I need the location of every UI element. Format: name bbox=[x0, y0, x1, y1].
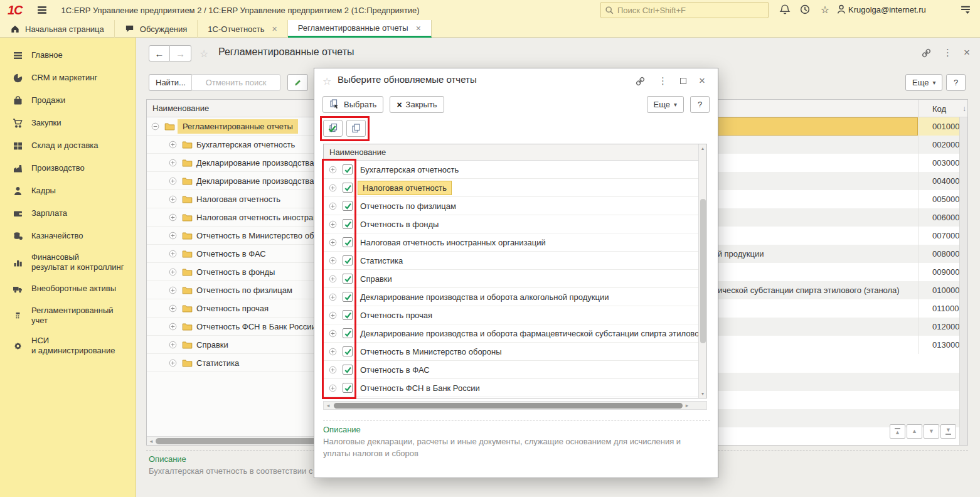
checkbox-checked[interactable] bbox=[343, 292, 353, 302]
go-first-button[interactable]: ▲ bbox=[890, 424, 905, 439]
dialog-report-row[interactable]: Отчетность в Министерство обороны bbox=[324, 343, 706, 361]
maximize-icon[interactable] bbox=[680, 78, 686, 84]
expand-icon[interactable] bbox=[329, 184, 337, 192]
checkbox-checked[interactable] bbox=[343, 310, 353, 320]
sidebar-item-treasury[interactable]: Казначейство bbox=[0, 225, 136, 247]
expand-icon[interactable] bbox=[169, 250, 177, 258]
dialog-report-row[interactable]: Статистика bbox=[324, 252, 706, 270]
go-next-button[interactable]: ▼ bbox=[924, 424, 939, 439]
tab-regulated-reports[interactable]: Регламентированные отчеты × bbox=[288, 20, 432, 38]
expand-icon[interactable] bbox=[169, 177, 177, 185]
forward-button[interactable]: → bbox=[170, 45, 191, 61]
checkbox-checked[interactable] bbox=[343, 274, 353, 284]
sidebar-item-regulated-accounting[interactable]: Регламентированный учет bbox=[0, 301, 136, 331]
notifications-bell-icon[interactable] bbox=[778, 4, 792, 16]
dialog-list-header[interactable]: Наименование bbox=[324, 144, 706, 161]
checkbox-checked[interactable] bbox=[343, 346, 353, 356]
checkbox-checked[interactable] bbox=[343, 164, 353, 174]
cancel-search-button[interactable]: Отменить поиск bbox=[191, 74, 280, 91]
expand-icon[interactable] bbox=[329, 166, 337, 174]
sidebar-item-crm[interactable]: CRM и маркетинг bbox=[0, 67, 136, 89]
find-button[interactable]: Найти... bbox=[149, 74, 193, 91]
sidebar-item-salary[interactable]: Зарплата bbox=[0, 202, 136, 225]
dialog-report-row[interactable]: Декларирование производства и оборота фа… bbox=[324, 324, 706, 343]
go-last-button[interactable]: ▼ bbox=[940, 424, 956, 439]
user-email[interactable]: Krugolga@internet.ru bbox=[848, 5, 926, 14]
tab-home[interactable]: Начальная страница bbox=[0, 20, 115, 38]
service-menu-icon[interactable] bbox=[959, 4, 972, 16]
sidebar-item-nsi-administration[interactable]: НСИ и администрирование bbox=[0, 331, 136, 361]
check-all-button[interactable] bbox=[323, 120, 343, 137]
checkbox-checked[interactable] bbox=[343, 383, 353, 393]
dialog-report-row[interactable]: Налоговая отчетность иностранных организ… bbox=[324, 233, 706, 252]
scroll-left-icon[interactable]: ◂ bbox=[147, 438, 156, 444]
checkbox-checked[interactable] bbox=[343, 183, 353, 193]
expand-icon[interactable] bbox=[329, 257, 337, 265]
scroll-up-icon[interactable]: ▴ bbox=[701, 146, 704, 151]
dialog-report-row[interactable]: Отчетность прочая bbox=[324, 306, 706, 324]
search-input[interactable] bbox=[617, 6, 755, 15]
close-icon[interactable]: × bbox=[699, 75, 705, 87]
close-button[interactable]: ×Закрыть bbox=[390, 96, 444, 113]
sidebar-item-hr[interactable]: Кадры bbox=[0, 179, 136, 202]
edit-pencil-button[interactable] bbox=[287, 74, 308, 91]
sidebar-item-warehouse[interactable]: Склад и доставка bbox=[0, 134, 136, 157]
close-icon[interactable]: × bbox=[964, 46, 970, 59]
expand-icon[interactable] bbox=[169, 323, 177, 331]
dialog-report-row[interactable]: Отчетность в ФАС bbox=[324, 361, 706, 379]
scroll-down-icon[interactable]: ▾ bbox=[701, 391, 704, 397]
checkbox-checked[interactable] bbox=[343, 219, 353, 229]
user-icon[interactable] bbox=[834, 4, 848, 16]
dialog-report-row[interactable]: Отчетность ФСН в Банк России bbox=[324, 379, 706, 397]
more-button[interactable]: Еще▾ bbox=[905, 74, 942, 91]
expand-icon[interactable] bbox=[169, 304, 177, 313]
expand-icon[interactable] bbox=[329, 275, 337, 283]
vertical-scrollbar[interactable] bbox=[959, 117, 967, 445]
kebab-menu-icon[interactable]: ⋮ bbox=[658, 75, 668, 87]
sidebar-item-main[interactable]: Главное bbox=[0, 44, 136, 67]
collapse-icon[interactable] bbox=[151, 122, 159, 131]
dialog-report-row[interactable]: Бухгалтерская отчетность bbox=[324, 161, 706, 179]
tab-1c-reporting[interactable]: 1С-Отчетность × bbox=[198, 20, 287, 38]
dialog-report-row[interactable]: Отчетность по физлицам bbox=[324, 197, 706, 215]
dialog-help-button[interactable]: ? bbox=[690, 96, 710, 113]
dialog-report-row[interactable]: Справки bbox=[324, 270, 706, 288]
sidebar-item-purchasing[interactable]: Закупки bbox=[0, 112, 136, 134]
expand-icon[interactable] bbox=[169, 232, 177, 240]
checkbox-checked[interactable] bbox=[343, 201, 353, 211]
favorite-star-icon[interactable]: ☆ bbox=[322, 75, 331, 87]
expand-icon[interactable] bbox=[169, 213, 177, 222]
expand-icon[interactable] bbox=[329, 202, 337, 210]
sidebar-item-noncurrent-assets[interactable]: Внеоборотные активы bbox=[0, 278, 136, 301]
sidebar-item-financial-result[interactable]: Финансовый результат и контроллинг bbox=[0, 247, 136, 278]
help-button[interactable]: ? bbox=[946, 74, 966, 91]
scroll-right-icon[interactable]: ▸ bbox=[683, 402, 691, 409]
dialog-report-row[interactable]: Отчетность в фонды bbox=[324, 215, 706, 233]
back-button[interactable]: ← bbox=[149, 45, 170, 61]
expand-icon[interactable] bbox=[169, 286, 177, 294]
expand-icon[interactable] bbox=[169, 341, 177, 349]
expand-icon[interactable] bbox=[329, 366, 337, 374]
main-menu-icon[interactable] bbox=[36, 4, 48, 16]
expand-icon[interactable] bbox=[169, 268, 177, 276]
favorite-star-icon[interactable]: ☆ bbox=[200, 48, 208, 60]
expand-icon[interactable] bbox=[169, 195, 177, 203]
sidebar-item-production[interactable]: Производство bbox=[0, 157, 136, 179]
expand-icon[interactable] bbox=[329, 220, 337, 228]
tab-close-icon[interactable]: × bbox=[416, 23, 421, 33]
uncheck-all-button[interactable] bbox=[346, 120, 366, 137]
expand-icon[interactable] bbox=[169, 141, 177, 149]
expand-icon[interactable] bbox=[169, 159, 177, 167]
checkbox-checked[interactable] bbox=[343, 365, 353, 375]
scrollbar-thumb[interactable] bbox=[700, 199, 706, 343]
link-icon[interactable] bbox=[635, 76, 646, 87]
dialog-report-row[interactable]: Декларирование производства и оборота ал… bbox=[324, 288, 706, 306]
scrollbar-thumb[interactable] bbox=[334, 403, 683, 409]
expand-icon[interactable] bbox=[329, 238, 337, 247]
tab-close-icon[interactable]: × bbox=[272, 24, 277, 34]
sidebar-item-sales[interactable]: Продажи bbox=[0, 89, 136, 112]
expand-icon[interactable] bbox=[329, 311, 337, 319]
dialog-report-row[interactable]: Налоговая отчетность bbox=[324, 179, 706, 197]
select-button[interactable]: Выбрать bbox=[322, 96, 383, 113]
expand-icon[interactable] bbox=[329, 384, 337, 392]
